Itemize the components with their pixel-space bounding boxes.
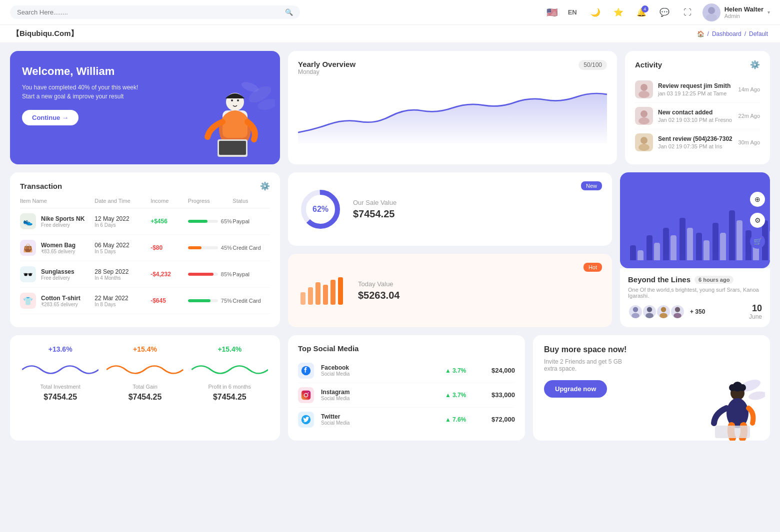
upgrade-card: Buy more space now! Invite 2 Friends and… (533, 335, 770, 441)
bar-chart-section: ⊕ ⚙ 🛒 Beyond the Lines 6 hours ago One O… (620, 172, 770, 327)
social-item-1: InstagramSocial Media ▲ 3.7% $33,000 (298, 383, 515, 408)
transaction-gear-icon[interactable]: ⚙️ (260, 181, 270, 191)
row2-grid: Transaction ⚙️ Item Name Date and Time I… (0, 172, 780, 335)
ig-val: $33,000 (480, 391, 515, 399)
col-item-name: Item Name (20, 198, 94, 204)
sale-hot-info: Today Value $5263.04 (358, 280, 574, 301)
svg-point-14 (640, 110, 648, 117)
activity-text-2: Sent review (504)236-7302 Jan 02 19 07:3… (658, 135, 734, 150)
mini-avatar-1 (642, 304, 657, 319)
bar-chart-inner (628, 180, 762, 260)
sale-new-card: 62% Our Sale Value $7454.25 New (288, 172, 612, 246)
yearly-overview-card: Yearly Overview Monday 50/100 (288, 51, 617, 164)
user-profile[interactable]: Helen Walter Admin ▾ (702, 3, 770, 21)
item-icon-0: 👟 (20, 213, 36, 229)
breadcrumb-bar: 【Biqubiqu.Com】 🏠 / Dashboard / Default (0, 25, 780, 43)
svg-rect-35 (302, 391, 310, 400)
chevron-down-icon: ▾ (768, 9, 770, 15)
brand-logo: 【Biqubiqu.Com】 (12, 29, 78, 38)
svg-point-37 (308, 392, 309, 393)
continue-button[interactable]: Continue → (22, 110, 78, 125)
facebook-icon (298, 363, 314, 379)
star-button[interactable]: ⭐ (610, 4, 626, 20)
activity-title: Activity (635, 60, 662, 69)
mini-stat-1: +15.4% Total Gain $7454.25 (106, 345, 183, 431)
sale-new-label: Our Sale Value (353, 199, 571, 206)
table-header: Item Name Date and Time Income Progress … (20, 198, 270, 208)
avatar (702, 3, 720, 21)
activity-gear-icon[interactable]: ⚙️ (750, 60, 760, 69)
upgrade-desc: Invite 2 Friends and get 5 GB extra spac… (544, 358, 624, 372)
plus-count: + 350 (690, 308, 705, 315)
svg-rect-23 (323, 285, 328, 305)
table-row: 👜 Women Bag₹83.65 delivery 06 May 2022In… (20, 235, 270, 261)
svg-point-29 (646, 313, 654, 318)
transaction-title: Transaction (20, 182, 62, 190)
welcome-title: Welcome, William (22, 65, 268, 78)
yearly-badge: 50/100 (578, 60, 607, 70)
lang-label[interactable]: EN (564, 4, 580, 20)
dark-mode-button[interactable]: 🌙 (588, 4, 604, 20)
table-row: 🕶️ SunglassesFree delivery 28 Sep 2022In… (20, 261, 270, 288)
chart-tool-1[interactable]: ⊕ (750, 192, 765, 207)
upgrade-button[interactable]: Upgrade now (544, 380, 607, 398)
bell-button[interactable]: 🔔 4 (634, 4, 650, 20)
row3-grid: +13.6% Total Investment $7454.25 +15.4% … (0, 335, 780, 449)
breadcrumb: 🏠 / Dashboard / Default (697, 30, 768, 37)
yearly-chart (298, 83, 607, 143)
sales-stack: 62% Our Sale Value $7454.25 New (288, 172, 612, 327)
flag-icon: 🇺🇸 (546, 7, 558, 18)
event-date: 10 June (749, 304, 762, 320)
activity-time-2: 30m Ago (738, 139, 760, 145)
chart-tool-3[interactable]: 🛒 (750, 234, 765, 249)
svg-rect-22 (316, 282, 320, 305)
activity-card: Activity ⚙️ Review request jim Smith jan… (625, 51, 770, 164)
search-input[interactable] (17, 8, 281, 16)
chart-tool-2[interactable]: ⚙ (750, 213, 765, 228)
svg-point-43 (729, 384, 736, 391)
svg-rect-9 (219, 141, 246, 155)
expand-button[interactable]: ⛶ (680, 4, 696, 20)
svg-point-0 (708, 7, 715, 14)
home-icon[interactable]: 🏠 (697, 30, 704, 37)
table-row: 👟 Nike Sports NKFree delivery 12 May 202… (20, 208, 270, 235)
svg-point-28 (647, 307, 652, 312)
hot-bar-chart (298, 272, 348, 309)
welcome-subtitle: You have completed 40% of your this week… (22, 83, 142, 101)
breadcrumb-dashboard[interactable]: Dashboard (712, 30, 742, 37)
chat-button[interactable]: 💬 (656, 4, 672, 20)
wave-chart-2 (192, 357, 268, 382)
tw-val: $72,000 (480, 416, 515, 423)
item-icon-1: 👜 (20, 240, 36, 256)
activity-list: Review request jim Smith jan 03 19 12:25… (635, 76, 760, 155)
activity-thumb-0 (635, 80, 653, 98)
sale-new-value: $7454.25 (353, 208, 571, 220)
bar-chart-card: ⊕ ⚙ 🛒 (620, 172, 770, 268)
beyond-time-badge: 6 hours ago (694, 276, 734, 284)
svg-point-13 (638, 91, 650, 98)
svg-point-1 (706, 14, 717, 21)
col-income: Income (150, 198, 188, 204)
donut-label-new: 62% (312, 205, 328, 214)
social-item-0: FacebookSocial Media ▲ 3.7% $24,000 (298, 359, 515, 383)
svg-rect-20 (300, 292, 306, 305)
svg-rect-24 (330, 280, 336, 305)
sale-new-info: Our Sale Value $7454.25 (353, 199, 571, 220)
activity-item: New contact added Jan 02 19 03:10 PM at … (635, 103, 760, 129)
activity-text-0: Review request jim Smith jan 03 19 12:25… (658, 82, 734, 97)
yearly-overview-title: Yearly Overview (298, 60, 356, 68)
ig-pct: ▲ 3.7% (445, 392, 475, 399)
hot-badge: Hot (584, 263, 602, 272)
item-info-2: 🕶️ SunglassesFree delivery (20, 266, 94, 282)
beyond-lines-desc: One Of the world,s brightest, young surf… (628, 287, 762, 299)
search-icon: 🔍 (285, 8, 293, 16)
activity-item: Sent review (504)236-7302 Jan 02 19 07:3… (635, 129, 760, 155)
search-bar[interactable]: 🔍 (10, 5, 300, 19)
mini-stat-0: +13.6% Total Investment $7454.25 (22, 345, 98, 431)
svg-rect-46 (715, 426, 750, 438)
top-nav: 🔍 🇺🇸 EN 🌙 ⭐ 🔔 4 💬 ⛶ Helen Walter Admin ▾ (0, 0, 780, 25)
instagram-icon (298, 387, 314, 403)
item-info-3: 👕 Cotton T-shirt₹283.65 delivery (20, 293, 94, 309)
breadcrumb-sep2: / (744, 30, 746, 37)
activity-time-1: 22m Ago (738, 113, 760, 119)
